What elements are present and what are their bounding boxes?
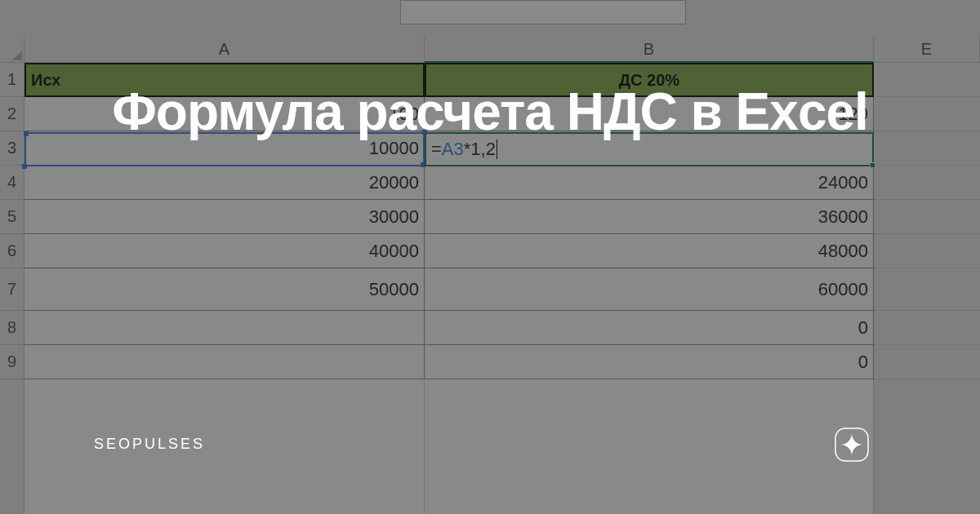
ref-handle: [22, 164, 27, 169]
cell-A6[interactable]: 40000: [24, 234, 425, 268]
cell-E-empty[interactable]: [874, 379, 980, 514]
cell-B8[interactable]: 0: [425, 311, 874, 345]
cell-B7[interactable]: 60000: [425, 268, 874, 311]
cell-E9[interactable]: [874, 345, 980, 379]
page-title: Формула расчета НДС в Excel: [0, 82, 980, 142]
cell-B4[interactable]: 24000: [425, 166, 874, 200]
cell-A9[interactable]: [24, 345, 425, 379]
brand-label: SEOPULSES: [94, 436, 205, 453]
cell-B9[interactable]: 0: [425, 345, 874, 379]
row-header-9[interactable]: 9: [0, 345, 24, 379]
cell-E4[interactable]: [874, 166, 980, 200]
cell-A5[interactable]: 30000: [24, 200, 425, 234]
cell-B-empty[interactable]: [425, 379, 874, 514]
cell-B5[interactable]: 36000: [425, 200, 874, 234]
row-header-7[interactable]: 7: [0, 268, 24, 311]
cell-A8[interactable]: [24, 311, 425, 345]
row-5: 5 30000 36000: [0, 200, 980, 234]
cell-E5[interactable]: [874, 200, 980, 234]
row-7: 7 50000 60000: [0, 268, 980, 311]
row-6: 6 40000 48000: [0, 234, 980, 268]
cell-A-empty[interactable]: [24, 379, 425, 514]
row-8: 8 0: [0, 311, 980, 345]
row-header-5[interactable]: 5: [0, 200, 24, 234]
row-4: 4 20000 24000: [0, 166, 980, 200]
row-9: 9 0: [0, 345, 980, 379]
row-header-6[interactable]: 6: [0, 234, 24, 268]
formula-bar[interactable]: [400, 0, 686, 24]
cell-E7[interactable]: [874, 268, 980, 311]
row-header-8[interactable]: 8: [0, 311, 24, 345]
cell-A4[interactable]: 20000: [24, 166, 425, 200]
cell-A7[interactable]: 50000: [24, 268, 425, 311]
column-header-E[interactable]: E: [874, 37, 980, 63]
column-header-B[interactable]: B: [425, 37, 874, 63]
cell-E8[interactable]: [874, 311, 980, 345]
cell-E6[interactable]: [874, 234, 980, 268]
cell-B6[interactable]: 48000: [425, 234, 874, 268]
select-all-corner[interactable]: [0, 37, 24, 63]
column-header-row: A B E: [0, 37, 980, 63]
row-header-4[interactable]: 4: [0, 166, 24, 200]
row-header-empty: [0, 379, 24, 514]
column-header-A[interactable]: A: [24, 37, 425, 63]
sparkle-icon: [834, 427, 870, 463]
